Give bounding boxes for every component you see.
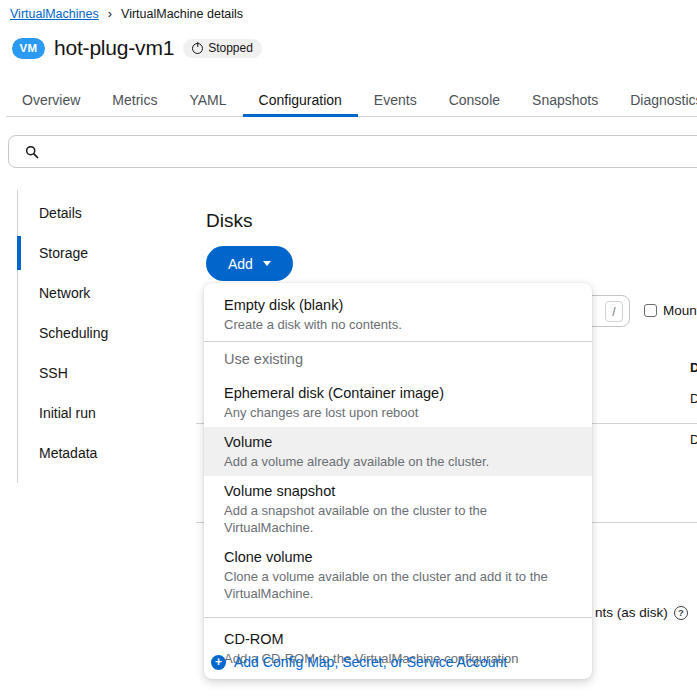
menu-item-description: Add a snapshot available on the cluster … — [224, 502, 572, 536]
disks-table-header-fragment: D — [690, 360, 697, 375]
breadcrumb-virtualmachines-link[interactable]: VirtualMachines — [10, 7, 99, 21]
tab-snapshots[interactable]: Snapshots — [516, 84, 614, 116]
search-icon — [25, 145, 39, 159]
sidebar-item-ssh[interactable]: SSH — [18, 353, 187, 393]
mount-windows-drivers-label[interactable]: Mount Windows drivers disk — [663, 303, 697, 318]
menu-item-title: Empty disk (blank) — [224, 296, 572, 314]
add-config-map-link-label: Add Config Map, Secret, or Service Accou… — [234, 654, 507, 670]
menu-item-title: Clone volume — [224, 548, 572, 566]
sidebar-item-initial-run[interactable]: Initial run — [18, 393, 187, 433]
environment-note-fragment: nts (as disk) ? — [595, 605, 688, 620]
disks-table-row-fragment: D — [690, 391, 697, 406]
status-badge-label: Stopped — [208, 41, 253, 55]
tab-bar: Overview Metrics YAML Configuration Even… — [6, 84, 697, 117]
add-disk-button-label: Add — [228, 256, 253, 272]
tab-metrics[interactable]: Metrics — [96, 84, 173, 116]
slash-shortcut-badge: / — [605, 301, 623, 322]
menu-item-volume-snapshot[interactable]: Volume snapshot Add a snapshot available… — [204, 476, 592, 542]
disks-table-row-fragment: D — [690, 432, 697, 447]
tab-yaml[interactable]: YAML — [173, 84, 242, 116]
help-question-icon[interactable]: ? — [674, 606, 688, 620]
menu-item-description: Clone a volume available on the cluster … — [224, 568, 572, 602]
configuration-sidebar: Details Storage Network Scheduling SSH I… — [17, 190, 187, 483]
tab-events[interactable]: Events — [358, 84, 433, 116]
tab-configuration[interactable]: Configuration — [243, 84, 358, 116]
page-title: hot-plug-vm1 — [54, 36, 174, 60]
mount-windows-drivers-checkbox[interactable] — [644, 304, 657, 317]
menu-item-description: Any changes are lost upon reboot — [224, 404, 572, 421]
menu-item-title: Volume snapshot — [224, 482, 572, 500]
chevron-right-icon: › — [108, 7, 112, 20]
add-disk-dropdown-menu: Empty disk (blank) Create a disk with no… — [204, 283, 592, 679]
menu-item-empty-disk[interactable]: Empty disk (blank) Create a disk with no… — [204, 290, 592, 339]
sidebar-item-network[interactable]: Network — [18, 273, 187, 313]
disks-section-title: Disks — [206, 210, 252, 232]
tab-diagnostics[interactable]: Diagnostics — [614, 84, 697, 116]
tab-overview[interactable]: Overview — [6, 84, 96, 116]
caret-down-icon — [263, 261, 271, 266]
menu-item-title: Ephemeral disk (Container image) — [224, 384, 572, 402]
tab-console[interactable]: Console — [433, 84, 516, 116]
configuration-search-input[interactable] — [8, 135, 697, 168]
vm-details-page: VirtualMachines › VirtualMachine details… — [0, 0, 697, 698]
sidebar-item-scheduling[interactable]: Scheduling — [18, 313, 187, 353]
menu-divider — [204, 617, 592, 618]
menu-item-title: CD-ROM — [224, 630, 572, 648]
menu-group-label-use-existing: Use existing — [204, 342, 592, 378]
sidebar-item-metadata[interactable]: Metadata — [18, 433, 187, 473]
breadcrumb: VirtualMachines › VirtualMachine details — [10, 7, 243, 21]
add-disk-button[interactable]: Add — [206, 246, 293, 281]
status-badge: Stopped — [183, 39, 262, 58]
page-header: VM hot-plug-vm1 Stopped — [12, 36, 262, 60]
menu-item-clone-volume[interactable]: Clone volume Clone a volume available on… — [204, 542, 592, 608]
menu-item-description: Add a volume already available on the cl… — [224, 453, 572, 470]
plus-circle-icon: + — [211, 655, 226, 670]
menu-item-volume[interactable]: Volume Add a volume already available on… — [204, 427, 592, 476]
menu-item-title: Volume — [224, 433, 572, 451]
menu-item-description: Create a disk with no contents. — [224, 316, 572, 333]
environment-note-text: nts (as disk) — [595, 605, 668, 620]
vm-resource-badge: VM — [12, 38, 45, 59]
sidebar-item-storage[interactable]: Storage — [18, 233, 187, 273]
breadcrumb-current: VirtualMachine details — [121, 7, 243, 21]
add-config-map-link[interactable]: + Add Config Map, Secret, or Service Acc… — [211, 654, 507, 670]
power-off-icon — [192, 43, 203, 54]
menu-item-ephemeral-disk[interactable]: Ephemeral disk (Container image) Any cha… — [204, 378, 592, 427]
sidebar-item-details[interactable]: Details — [18, 193, 187, 233]
